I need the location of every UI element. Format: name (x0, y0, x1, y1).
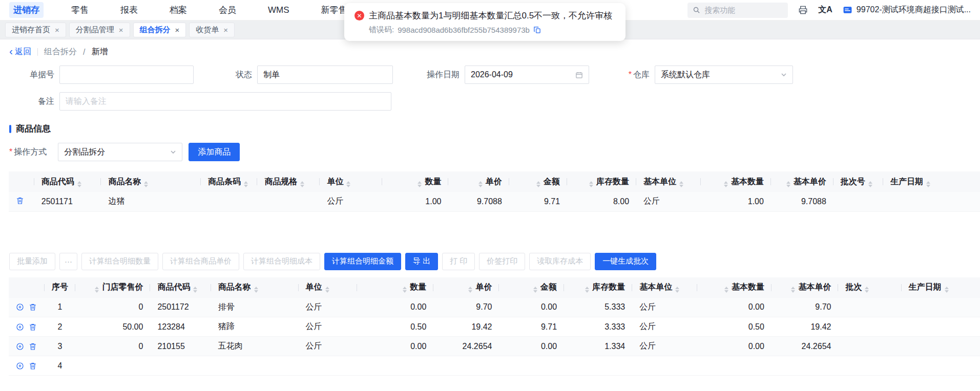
document-tab[interactable]: 组合拆分 (133, 23, 186, 37)
sort-icon[interactable] (791, 287, 795, 293)
workspace-switcher[interactable]: 99702-测试环境商超接口测试... (843, 5, 971, 15)
function-search[interactable] (687, 3, 788, 18)
sort-icon[interactable] (144, 181, 148, 187)
toolbar-button[interactable]: 打 印 (442, 253, 475, 270)
workspace-badge-icon (843, 5, 852, 15)
delete-row-icon[interactable] (29, 362, 37, 370)
sort-icon[interactable] (193, 287, 197, 293)
print-icon[interactable] (798, 5, 808, 15)
add-row-icon[interactable] (16, 323, 24, 331)
col-unit: 单位 (320, 171, 382, 192)
toolbar-button[interactable]: 导 出 (405, 253, 438, 270)
cell-price (433, 356, 499, 376)
toolbar-button[interactable]: 一键生成批次 (595, 253, 656, 270)
search-icon (693, 6, 700, 14)
sort-icon[interactable] (945, 287, 949, 293)
col-qty: 数量 (357, 277, 433, 298)
topnav-item-label: 档案 (170, 4, 187, 16)
delete-row-icon[interactable] (29, 342, 37, 351)
sort-icon[interactable] (403, 287, 407, 293)
status-input[interactable] (257, 66, 393, 84)
sort-icon[interactable] (300, 181, 304, 187)
toolbar-button[interactable]: 计算组合明细数量 (81, 253, 158, 270)
document-tab[interactable]: 收货单 (189, 23, 235, 37)
add-product-button[interactable]: 添加商品 (189, 143, 240, 161)
sort-icon[interactable] (926, 181, 930, 187)
toast-message: 主商品基本数量为1与明细基本数量汇总0.5不一致，不允许审核 (369, 10, 612, 21)
copy-icon[interactable] (533, 26, 541, 34)
delete-row-icon[interactable] (29, 303, 37, 311)
tab-label: 组合拆分 (140, 25, 171, 35)
workspace-name: 99702-测试环境商超接口测试... (857, 5, 971, 15)
document-tab[interactable]: 分割品管理 (69, 23, 130, 37)
toolbar-button[interactable]: 计算组合明细金额 (324, 253, 401, 270)
topnav-item[interactable]: 档案 (165, 2, 191, 18)
toolbar-button[interactable]: 批量添加 (9, 253, 55, 270)
col-seq: 序号 (45, 277, 75, 298)
topnav-item[interactable]: 进销存 (9, 2, 44, 18)
cell-qty (357, 356, 433, 376)
add-row-icon[interactable] (16, 362, 24, 370)
tab-label: 进销存首页 (12, 25, 50, 35)
section-accent-bar (9, 125, 11, 133)
operation-mode-select[interactable]: 分割品拆分 (58, 143, 182, 161)
toolbar-button[interactable]: 计算组合明细成本 (243, 253, 320, 270)
remark-input[interactable] (59, 92, 391, 111)
sort-icon[interactable] (254, 287, 258, 293)
col-amount: 金额 (509, 171, 567, 192)
sort-icon[interactable] (536, 181, 540, 187)
sort-icon[interactable] (589, 181, 593, 187)
cell-stock-qty: 8.00 (567, 192, 636, 211)
warehouse-select[interactable]: 系统默认仓库 (655, 66, 793, 84)
sort-icon[interactable] (675, 287, 679, 293)
add-row-icon[interactable] (16, 303, 24, 311)
sort-icon[interactable] (724, 287, 728, 293)
delete-row-icon[interactable] (29, 323, 37, 331)
operation-date-picker[interactable]: 2026-04-09 (465, 66, 589, 84)
close-icon[interactable] (175, 26, 180, 34)
sort-icon[interactable] (679, 181, 683, 187)
topnav-item[interactable]: 会员 (215, 2, 240, 18)
toolbar-button[interactable]: 读取库存成本 (529, 253, 591, 270)
toolbar-button[interactable]: 价签打印 (479, 253, 525, 270)
sort-icon[interactable] (868, 181, 872, 187)
cell-price: 9.70 (433, 298, 499, 317)
sort-icon[interactable] (533, 287, 537, 293)
topnav-item[interactable]: WMS (264, 3, 294, 17)
sort-icon[interactable] (478, 181, 483, 187)
sort-icon[interactable] (585, 287, 589, 293)
sort-icon[interactable] (468, 287, 472, 293)
sort-icon[interactable] (95, 287, 99, 293)
sort-icon[interactable] (865, 287, 869, 293)
error-toast: 主商品基本数量为1与明细基本数量汇总0.5不一致，不允许审核 错误码: 998a… (344, 3, 625, 41)
delete-row-icon[interactable] (16, 197, 24, 205)
cell-stock-qty: 3.333 (564, 317, 632, 337)
sort-icon[interactable] (786, 181, 790, 187)
cell-batch-no (833, 192, 883, 211)
cell-base-qty: 0.00 (697, 337, 772, 356)
sort-icon[interactable] (418, 181, 422, 187)
sort-icon[interactable] (724, 181, 728, 187)
toolbar-button[interactable]: 计算组合商品单价 (162, 253, 239, 270)
cell-base-price: 9.7088 (771, 192, 833, 211)
close-icon[interactable] (119, 26, 123, 34)
close-icon[interactable] (223, 26, 228, 34)
translate-icon[interactable]: 文A (818, 5, 832, 15)
main-table-header-row: 商品代码 商品名称 商品条码 商品规格 单位 数量 单价 金额 库存数量 基本单… (9, 171, 980, 192)
operation-date-label: 操作日期 (408, 70, 460, 80)
back-button[interactable]: 返回 (9, 47, 31, 57)
topnav-item[interactable]: 零售 (67, 2, 93, 18)
search-input[interactable] (704, 6, 781, 14)
sort-icon[interactable] (325, 287, 329, 293)
docno-input[interactable] (59, 66, 194, 84)
sort-icon[interactable] (346, 181, 350, 187)
sort-icon[interactable] (77, 181, 81, 187)
add-row-icon[interactable] (16, 342, 24, 351)
topnav-item[interactable]: 报表 (116, 2, 142, 18)
document-tab[interactable]: 进销存首页 (5, 23, 66, 37)
chevron-down-icon (170, 149, 176, 155)
toolbar-button[interactable]: ··· (59, 253, 77, 270)
sort-icon[interactable] (244, 181, 248, 187)
close-icon[interactable] (55, 26, 59, 34)
divider (37, 48, 38, 56)
